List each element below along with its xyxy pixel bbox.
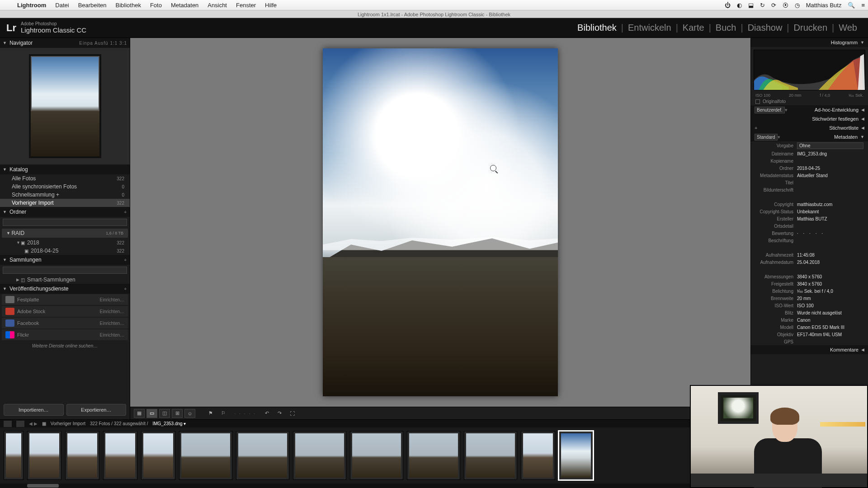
metadata-row[interactable]: ModellCanon EOS 5D Mark III xyxy=(751,324,868,331)
thumbnail-selected[interactable] xyxy=(559,431,593,480)
metadata-row[interactable]: Aufnahmezeit11:45:08 xyxy=(751,251,868,258)
metadata-row[interactable] xyxy=(751,193,868,201)
metadata-row[interactable]: Copyright-StatusUnbekannt xyxy=(751,208,868,215)
preset-dropdown[interactable]: Benutzerdef. xyxy=(755,107,785,113)
metadata-row[interactable] xyxy=(751,266,868,273)
main-photo[interactable] xyxy=(323,48,558,396)
menu-edit[interactable]: Bearbeiten xyxy=(74,2,111,9)
thumbnail[interactable] xyxy=(179,431,232,480)
add-service-icon[interactable]: + xyxy=(124,286,127,291)
filmstrip-filename[interactable]: IMG_2353.dng ▾ xyxy=(152,421,186,426)
add-folder-icon[interactable]: + xyxy=(124,210,127,215)
loupe-view-button[interactable]: ▭ xyxy=(146,409,157,418)
status-icon[interactable]: ↻ xyxy=(757,2,768,9)
publish-service-flickr[interactable]: FlickrEinrichten… xyxy=(2,329,128,340)
siri-icon[interactable]: ≡ xyxy=(858,2,868,9)
metadata-row[interactable]: Kopiename xyxy=(751,157,868,164)
status-icon[interactable]: ◐ xyxy=(734,2,745,9)
rotate-cw-icon[interactable]: ↷ xyxy=(274,409,285,418)
quickdev-header[interactable]: Benutzerdef.▾Ad-hoc-Entwicklung◀ xyxy=(751,105,868,114)
publish-service-hdd[interactable]: FestplatteEinrichten… xyxy=(2,294,128,305)
metadata-row[interactable]: Aufnahmedatum25.04.2018 xyxy=(751,258,868,266)
catalog-row-quick[interactable]: Schnellsammlung +0 xyxy=(0,191,130,199)
volume-row[interactable]: ▼ RAID1,6 / 8 TB xyxy=(2,229,128,238)
metadata-row[interactable]: Bildunterschrift xyxy=(751,186,868,193)
survey-view-button[interactable]: ⊞ xyxy=(172,409,183,418)
more-services-link[interactable]: Weitere Dienste online suchen… xyxy=(0,341,130,351)
compare-view-button[interactable]: ◫ xyxy=(159,409,170,418)
thumbnail[interactable] xyxy=(141,431,175,480)
setup-link[interactable]: Einrichten… xyxy=(100,333,124,338)
catalog-row-synced[interactable]: Alle synchronisierten Fotos0 xyxy=(0,183,130,191)
setup-link[interactable]: Einrichten… xyxy=(100,309,124,314)
flag-reject-icon[interactable]: ⚐ xyxy=(218,409,229,418)
metadata-row[interactable]: ErstellerMatthias BUTZ xyxy=(751,215,868,222)
thumbnail[interactable] xyxy=(464,431,517,480)
thumbnail[interactable] xyxy=(350,431,403,480)
katalog-header[interactable]: ▼ Katalog xyxy=(0,164,130,174)
metadata-row[interactable]: Belichtung¹⁄₆₀ Sek. bei f / 4,0 xyxy=(751,287,868,295)
metadata-row[interactable]: Freigestellt3840 x 5760 xyxy=(751,280,868,287)
thumbnail[interactable] xyxy=(293,431,346,480)
histogram-header[interactable]: Histogramm▼ xyxy=(751,38,868,47)
setup-link[interactable]: Einrichten… xyxy=(100,297,124,302)
metadata-row[interactable]: MarkeCanon xyxy=(751,316,868,324)
ordner-header[interactable]: ▼ Ordner + xyxy=(0,207,130,217)
menu-help[interactable]: Hilfe xyxy=(260,2,281,9)
module-library[interactable]: Bibliothek xyxy=(573,23,621,33)
import-button[interactable]: Importieren… xyxy=(4,404,64,416)
module-map[interactable]: Karte xyxy=(678,23,709,33)
clock-icon[interactable]: ◷ xyxy=(792,2,803,9)
metadata-row[interactable]: DateinameIMG_2353.dng xyxy=(751,150,868,157)
app-menu[interactable]: Lightroom xyxy=(13,2,51,9)
publish-header[interactable]: ▼ Veröffentlichungsdienste + xyxy=(0,284,130,294)
folder-row[interactable]: ▣2018-04-25322 xyxy=(0,247,130,255)
metadata-row[interactable] xyxy=(751,244,868,251)
menu-library[interactable]: Bibliothek xyxy=(111,2,146,9)
navigator-header[interactable]: ▼ Navigator Einpa Ausfü 1:1 3:1 xyxy=(0,38,130,48)
status-icon[interactable]: ⟳ xyxy=(768,2,779,9)
metadata-row[interactable]: BlitzWurde nicht ausgelöst xyxy=(751,309,868,316)
menu-view[interactable]: Ansicht xyxy=(203,2,231,9)
spotlight-icon[interactable]: 🔍 xyxy=(844,2,858,9)
setup-link[interactable]: Einrichten… xyxy=(100,321,124,326)
user-menu[interactable]: Matthias Butz xyxy=(803,2,845,9)
metadata-row[interactable]: Brennweite20 mm xyxy=(751,295,868,302)
metadata-row[interactable]: Ortsdetail xyxy=(751,222,868,230)
wifi-icon[interactable]: ⦿ xyxy=(779,2,792,9)
thumbnail[interactable] xyxy=(4,431,24,480)
thumbnail[interactable] xyxy=(103,431,137,480)
rating-stars[interactable]: · · · · · xyxy=(234,410,256,417)
folder-row[interactable]: ▼▣2018322 xyxy=(0,239,130,247)
metadata-row[interactable]: VorgabeOhne xyxy=(751,141,868,150)
thumbnail[interactable] xyxy=(65,431,99,480)
keywording-header[interactable]: Stichwörter festlegen◀ xyxy=(751,114,868,123)
grid-icon[interactable]: ▦ xyxy=(42,421,46,426)
catalog-row-all[interactable]: Alle Fotos322 xyxy=(0,174,130,183)
metadata-header[interactable]: Standard▾Metadaten▼ xyxy=(751,132,868,141)
thumbnail[interactable] xyxy=(27,431,61,480)
publish-service-stock[interactable]: Adobe StockEinrichten… xyxy=(2,306,128,317)
collection-filter-input[interactable] xyxy=(3,267,127,274)
export-button[interactable]: Exportieren… xyxy=(66,404,127,416)
menu-metadata[interactable]: Metadaten xyxy=(166,2,203,9)
module-develop[interactable]: Entwickeln xyxy=(623,23,676,33)
comments-header[interactable]: Kommentare◀ xyxy=(751,345,868,354)
folder-filter-input[interactable] xyxy=(3,219,127,226)
module-book[interactable]: Buch xyxy=(711,23,741,33)
slideshow-icon[interactable]: ⛶ xyxy=(287,409,297,418)
smart-collections-row[interactable]: ▶◫Smart-Sammlungen xyxy=(0,276,130,284)
add-collection-icon[interactable]: + xyxy=(124,258,127,263)
module-print[interactable]: Drucken xyxy=(789,23,832,33)
people-view-button[interactable]: ☺ xyxy=(184,409,195,418)
menu-photo[interactable]: Foto xyxy=(146,2,166,9)
metadata-row[interactable]: Ordner2018-04-25 xyxy=(751,164,868,172)
metadata-row[interactable]: MetadatenstatusAktueller Stand xyxy=(751,172,868,179)
dropbox-icon[interactable]: ⬓ xyxy=(745,2,757,9)
filmstrip-source[interactable]: Vorheriger Import xyxy=(51,421,85,426)
thumbnail[interactable] xyxy=(521,431,555,480)
metadata-row[interactable]: Bewertung· · · · · xyxy=(751,230,868,237)
histogram-display[interactable] xyxy=(754,50,865,90)
loupe-view[interactable] xyxy=(130,38,750,407)
second-monitor-icon[interactable] xyxy=(16,421,24,427)
